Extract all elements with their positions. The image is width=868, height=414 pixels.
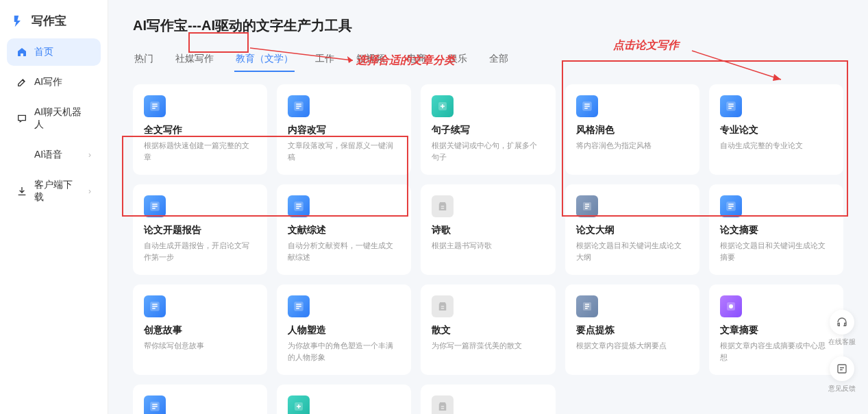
tab-5[interactable]: 电商 bbox=[406, 50, 427, 72]
logo-icon bbox=[12, 14, 27, 29]
template-card-7[interactable]: 诗歌根据主题书写诗歌 bbox=[421, 184, 555, 275]
template-card-9[interactable]: 论文摘要根据论文题目和关键词生成论文摘要 bbox=[709, 184, 843, 275]
card-desc: 为你故事中的角色塑造一个丰满的人物形象 bbox=[288, 340, 400, 363]
logo-text: 写作宝 bbox=[32, 13, 66, 29]
template-card-15[interactable]: 社会实践报告根据实践内容生成一篇实践报告 bbox=[133, 385, 267, 414]
sidebar-item-label: AI聊天机器人 bbox=[34, 106, 91, 131]
template-card-2[interactable]: 句子续写根据关键词或中心句，扩展多个句子 bbox=[421, 84, 555, 175]
card-desc: 根据论文题目和关键词生成论文大纲 bbox=[576, 240, 689, 263]
feedback-label: 意见反馈 bbox=[828, 384, 856, 393]
tab-7[interactable]: 全部 bbox=[488, 50, 510, 72]
tab-4[interactable]: 短视频 bbox=[355, 50, 386, 72]
template-card-0[interactable]: 全文写作根据标题快速创建一篇完整的文章 bbox=[133, 84, 267, 175]
card-icon bbox=[432, 95, 454, 117]
card-title: 论文摘要 bbox=[720, 224, 832, 236]
card-title: 风格润色 bbox=[576, 124, 689, 136]
card-icon bbox=[288, 395, 310, 414]
template-card-14[interactable]: 文章摘要根据文章内容生成摘要或中心思想 bbox=[709, 284, 843, 375]
tab-3[interactable]: 工作 bbox=[314, 50, 336, 72]
card-desc: 根据标题快速创建一篇完整的文章 bbox=[144, 140, 256, 162]
card-title: 创意故事 bbox=[144, 324, 256, 337]
category-tabs: 热门社媒写作教育（文学）工作短视频电商娱乐全部 bbox=[133, 50, 843, 72]
sidebar-item-label: 客户端下载 bbox=[34, 179, 82, 204]
card-desc: 自动分析文献资料，一键生成文献综述 bbox=[288, 240, 400, 263]
template-card-6[interactable]: 文献综述自动分析文献资料，一键生成文献综述 bbox=[277, 184, 411, 275]
template-card-5[interactable]: 论文开题报告自动生成开题报告，开启论文写作第一步 bbox=[133, 184, 267, 275]
sidebar-item-audio[interactable]: AI语音› bbox=[7, 141, 101, 169]
template-card-10[interactable]: 创意故事帮你续写创意故事 bbox=[133, 284, 267, 375]
sidebar-item-label: AI语音 bbox=[34, 149, 62, 161]
card-title: 论文大纲 bbox=[576, 224, 689, 236]
card-desc: 自动生成完整的专业论文 bbox=[720, 140, 832, 151]
edit-icon bbox=[16, 77, 27, 88]
card-title: 内容改写 bbox=[288, 124, 400, 136]
card-icon bbox=[288, 295, 310, 317]
card-icon bbox=[576, 95, 598, 117]
card-icon bbox=[432, 195, 454, 217]
sidebar-item-edit[interactable]: AI写作 bbox=[7, 69, 101, 96]
sidebar-item-download[interactable]: 客户端下载› bbox=[7, 171, 101, 211]
card-icon bbox=[144, 295, 166, 317]
home-icon bbox=[16, 47, 27, 58]
sidebar-item-home[interactable]: 首页 bbox=[7, 38, 101, 66]
card-desc: 将内容润色为指定风格 bbox=[576, 140, 689, 151]
card-title: 文章摘要 bbox=[720, 324, 832, 337]
template-card-1[interactable]: 内容改写文章段落改写，保留原义一键润稿 bbox=[277, 84, 411, 175]
headset-icon bbox=[836, 316, 848, 328]
card-icon bbox=[144, 195, 166, 217]
card-title: 全文写作 bbox=[144, 124, 256, 136]
chat-icon bbox=[16, 113, 27, 124]
card-desc: 根据论文题目和关键词生成论文摘要 bbox=[720, 240, 832, 263]
svg-rect-20 bbox=[838, 365, 846, 373]
card-desc: 根据关键词或中心句，扩展多个句子 bbox=[432, 140, 544, 162]
tab-2[interactable]: 教育（文学） bbox=[234, 50, 295, 72]
card-icon bbox=[720, 195, 742, 217]
sidebar-item-chat[interactable]: AI聊天机器人 bbox=[7, 99, 101, 138]
feedback-icon bbox=[836, 363, 848, 375]
card-icon bbox=[720, 95, 742, 117]
sidebar-item-label: 首页 bbox=[34, 46, 53, 58]
card-icon bbox=[576, 295, 598, 317]
template-card-4[interactable]: 专业论文自动生成完整的专业论文 bbox=[709, 84, 843, 175]
customer-service-label: 在线客服 bbox=[828, 337, 856, 347]
template-card-8[interactable]: 论文大纲根据论文题目和关键词生成论文大纲 bbox=[565, 184, 699, 275]
tab-6[interactable]: 娱乐 bbox=[447, 50, 469, 72]
download-icon bbox=[16, 186, 27, 197]
template-card-12[interactable]: 散文为你写一篇辞藻优美的散文 bbox=[421, 284, 555, 375]
card-title: 散文 bbox=[432, 324, 544, 337]
card-title: 文献综述 bbox=[288, 224, 400, 236]
template-card-11[interactable]: 人物塑造为你故事中的角色塑造一个丰满的人物形象 bbox=[277, 284, 411, 375]
card-icon bbox=[432, 395, 454, 414]
card-desc: 帮你续写创意故事 bbox=[144, 340, 256, 352]
page-title: AI写作宝---AI驱动的文字生产力工具 bbox=[133, 16, 843, 35]
card-title: 句子续写 bbox=[432, 124, 544, 136]
audio-icon bbox=[16, 149, 27, 160]
template-card-17[interactable]: 小学生作文为中小学生作文题目提供优秀范文 bbox=[421, 385, 555, 414]
card-icon bbox=[720, 295, 742, 317]
card-icon bbox=[288, 195, 310, 217]
template-card-3[interactable]: 风格润色将内容润色为指定风格 bbox=[565, 84, 699, 175]
card-title: 论文开题报告 bbox=[144, 224, 256, 236]
card-desc: 根据文章内容提炼大纲要点 bbox=[576, 340, 689, 352]
card-icon bbox=[144, 395, 166, 414]
tab-1[interactable]: 社媒写作 bbox=[174, 50, 215, 72]
card-icon bbox=[144, 95, 166, 117]
svg-point-13 bbox=[729, 304, 733, 308]
card-desc: 根据文章内容生成摘要或中心思想 bbox=[720, 340, 832, 363]
card-title: 诗歌 bbox=[432, 224, 544, 236]
card-desc: 根据主题书写诗歌 bbox=[432, 240, 544, 252]
card-desc: 为你写一篇辞藻优美的散文 bbox=[432, 340, 544, 352]
feedback-button[interactable] bbox=[830, 356, 854, 381]
chevron-right-icon: › bbox=[88, 186, 91, 196]
sidebar-item-label: AI写作 bbox=[34, 76, 62, 88]
chevron-right-icon: › bbox=[88, 150, 91, 160]
card-desc: 文章段落改写，保留原义一键润稿 bbox=[288, 140, 400, 162]
card-title: 要点提炼 bbox=[576, 324, 689, 337]
app-logo: 写作宝 bbox=[7, 10, 101, 38]
tab-0[interactable]: 热门 bbox=[133, 50, 155, 72]
template-card-13[interactable]: 要点提炼根据文章内容提炼大纲要点 bbox=[565, 284, 699, 375]
template-card-16[interactable]: 教学计划根据课程内容快速生成千字教案 bbox=[277, 385, 411, 414]
card-desc: 自动生成开题报告，开启论文写作第一步 bbox=[144, 240, 256, 263]
card-icon bbox=[432, 295, 454, 317]
customer-service-button[interactable] bbox=[830, 310, 854, 334]
